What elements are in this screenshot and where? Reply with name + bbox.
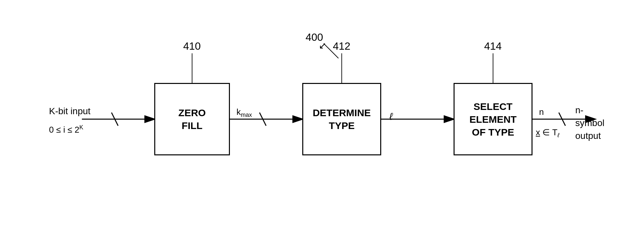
- input-label: K-bit input: [49, 106, 90, 117]
- ref-414: 414: [484, 40, 502, 52]
- n-output-label: n: [539, 107, 544, 117]
- input-constraint: 0 ≤ i ≤ 2K: [49, 124, 83, 135]
- determine-type-block: DETERMINE TYPE: [302, 83, 381, 155]
- ref-412: 412: [333, 40, 350, 52]
- ell-label: ℓ: [389, 111, 393, 122]
- svg-line-4: [260, 113, 266, 126]
- svg-line-2: [111, 113, 118, 126]
- diagram-container: 400 ↙ 410 412 414 K-bit input 0 ≤ i ≤ 2K…: [0, 0, 644, 235]
- diagram: 400 ↙ 410 412 414 K-bit input 0 ≤ i ≤ 2K…: [42, 22, 602, 213]
- svg-line-7: [559, 113, 565, 126]
- ref-410: 410: [183, 40, 201, 52]
- xset-label: x ∈ Tℓ: [536, 127, 559, 139]
- kmax-label: kmax: [236, 107, 252, 118]
- select-element-block: SELECT ELEMENT OF TYPE: [454, 83, 533, 155]
- zero-fill-block: ZERO FILL: [154, 83, 230, 155]
- n-symbol-output: n-symbol output: [575, 104, 605, 143]
